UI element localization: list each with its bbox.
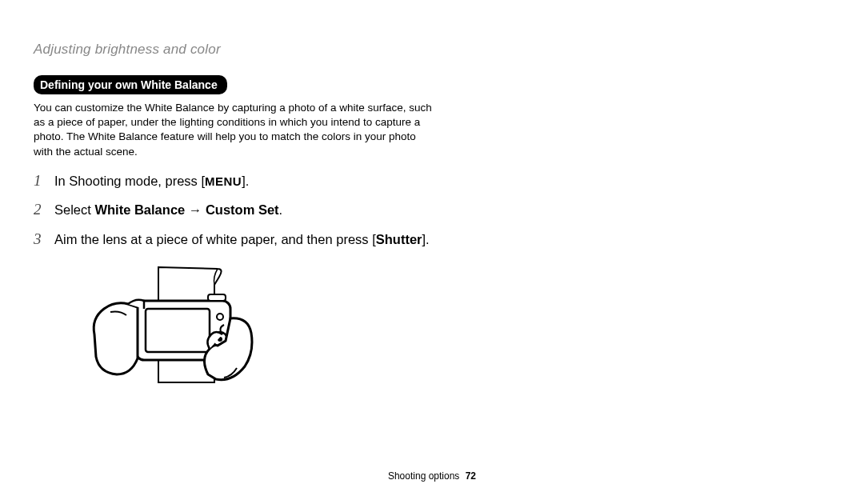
text-fragment: In Shooting mode, press [ bbox=[54, 174, 205, 188]
text-fragment: . bbox=[279, 202, 283, 217]
step-text: Aim the lens at a piece of white paper, … bbox=[54, 229, 430, 250]
page-footer: Shooting options 72 bbox=[0, 470, 864, 482]
manual-page: Adjusting brightness and color Defining … bbox=[0, 0, 864, 504]
menu-glyph: MENU bbox=[205, 174, 242, 188]
step-text: Select White Balance → Custom Set. bbox=[54, 199, 282, 220]
svg-point-3 bbox=[217, 314, 223, 320]
step-text: In Shooting mode, press [MENU]. bbox=[54, 170, 249, 191]
svg-rect-2 bbox=[208, 294, 226, 301]
step-2: 2 Select White Balance → Custom Set. bbox=[34, 198, 830, 222]
step-number: 3 bbox=[34, 227, 54, 251]
step-number: 1 bbox=[34, 169, 54, 193]
step-1: 1 In Shooting mode, press [MENU]. bbox=[34, 169, 830, 193]
bold-text: Shutter bbox=[376, 232, 422, 246]
bold-text: Custom Set bbox=[206, 202, 279, 217]
illustration bbox=[88, 262, 830, 402]
bold-text: White Balance bbox=[94, 202, 185, 217]
text-fragment: Select bbox=[54, 202, 94, 217]
arrow-text: → bbox=[185, 202, 206, 217]
footer-section-label: Shooting options bbox=[388, 470, 459, 482]
step-3: 3 Aim the lens at a piece of white paper… bbox=[34, 227, 830, 251]
breadcrumb: Adjusting brightness and color bbox=[34, 42, 830, 58]
step-list: 1 In Shooting mode, press [MENU]. 2 Sele… bbox=[34, 169, 830, 251]
page-number: 72 bbox=[466, 470, 476, 482]
text-fragment: ]. bbox=[242, 174, 249, 188]
text-fragment: ]. bbox=[422, 232, 430, 246]
step-number: 2 bbox=[34, 198, 54, 222]
svg-rect-1 bbox=[146, 309, 210, 352]
camera-hands-illustration-svg bbox=[88, 262, 256, 398]
section-badge: Defining your own White Balance bbox=[34, 75, 227, 94]
intro-paragraph: You can customize the White Balance by c… bbox=[34, 101, 434, 159]
text-fragment: Aim the lens at a piece of white paper, … bbox=[54, 232, 376, 246]
